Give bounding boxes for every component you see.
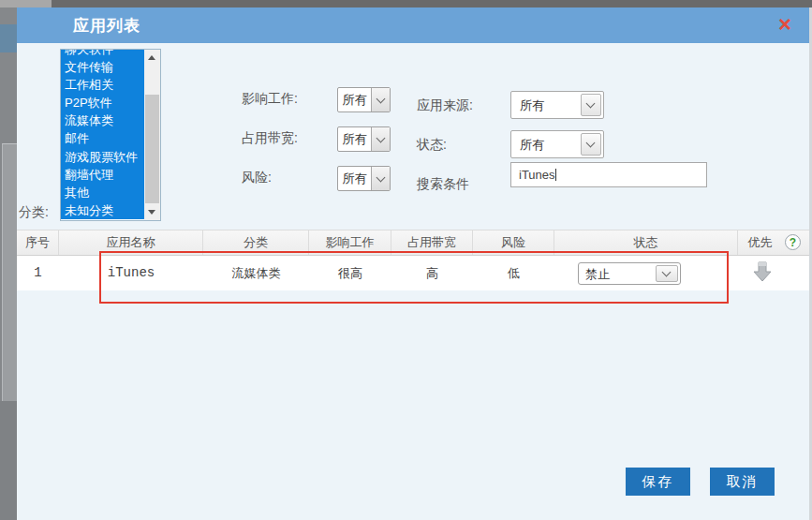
table-row[interactable]: 1 iTunes 流媒体类 很高 高 低 禁止 bbox=[17, 256, 809, 290]
priority-down-arrow-icon[interactable] bbox=[753, 261, 772, 282]
background-sidebar-fragment bbox=[0, 24, 17, 52]
chevron-down-icon[interactable] bbox=[581, 133, 601, 156]
category-label: 分类: bbox=[19, 204, 49, 221]
source-filter-value: 所有 bbox=[520, 97, 544, 114]
list-item[interactable]: 邮件 bbox=[61, 129, 144, 147]
header-category[interactable]: 分类 bbox=[203, 230, 309, 255]
header-app-name[interactable]: 应用名称 bbox=[59, 230, 203, 255]
cell-priority bbox=[738, 256, 782, 290]
cell-app-name: iTunes bbox=[59, 256, 203, 290]
list-item[interactable]: 其他 bbox=[61, 184, 144, 201]
impact-filter-value: 所有 bbox=[338, 88, 371, 111]
header-seq[interactable]: 序号 bbox=[17, 230, 59, 255]
header-priority[interactable]: 优先 bbox=[738, 230, 782, 255]
background-top-strip-right bbox=[52, 0, 812, 7]
search-label: 搜索条件 bbox=[417, 176, 469, 193]
scroll-down-icon bbox=[148, 210, 155, 215]
scrollbar-thumb[interactable] bbox=[145, 95, 159, 203]
cell-bandwidth: 高 bbox=[391, 256, 473, 290]
status-filter-value: 所有 bbox=[520, 137, 544, 154]
bandwidth-filter-label: 占用带宽: bbox=[242, 130, 298, 147]
dialog-title: 应用列表 bbox=[73, 15, 140, 37]
scroll-down-button[interactable] bbox=[144, 204, 160, 220]
cancel-button[interactable]: 取消 bbox=[710, 468, 775, 496]
chevron-down-icon[interactable] bbox=[581, 94, 601, 116]
impact-filter-select[interactable]: 所有 bbox=[337, 87, 391, 112]
background-panel-fragment bbox=[2, 143, 17, 401]
cell-status: 禁止 bbox=[554, 256, 738, 290]
category-items: 聊天软件 文件传输 工作相关 P2P软件 流媒体类 邮件 游戏股票软件 翻墙代理… bbox=[61, 49, 144, 219]
bandwidth-filter-value: 所有 bbox=[338, 127, 371, 151]
chevron-down-icon[interactable] bbox=[656, 265, 678, 282]
risk-filter-value: 所有 bbox=[338, 167, 371, 190]
dialog-titlebar: 应用列表 × bbox=[17, 7, 809, 43]
header-bandwidth[interactable]: 占用带宽 bbox=[391, 230, 473, 255]
status-filter-label: 状态: bbox=[417, 137, 447, 154]
status-filter-select[interactable]: 所有 bbox=[510, 130, 604, 158]
chevron-down-icon[interactable] bbox=[371, 127, 390, 151]
impact-filter-label: 影响工作: bbox=[242, 91, 298, 108]
close-icon[interactable]: × bbox=[773, 12, 797, 37]
cell-impact: 很高 bbox=[309, 256, 391, 290]
list-item[interactable]: 流媒体类 bbox=[61, 111, 144, 129]
header-impact[interactable]: 影响工作 bbox=[309, 230, 391, 255]
risk-filter-select[interactable]: 所有 bbox=[337, 166, 391, 191]
header-status[interactable]: 状态 bbox=[554, 230, 738, 255]
list-item[interactable]: 文件传输 bbox=[61, 58, 144, 76]
cell-seq: 1 bbox=[17, 256, 59, 290]
list-item[interactable]: 工作相关 bbox=[61, 76, 144, 94]
risk-filter-label: 风险: bbox=[242, 170, 272, 186]
search-input[interactable]: iTunes bbox=[510, 162, 707, 187]
source-filter-label: 应用来源: bbox=[417, 97, 473, 114]
row-status-value: 禁止 bbox=[585, 265, 610, 283]
background-left-strip bbox=[0, 7, 17, 520]
chevron-down-icon[interactable] bbox=[371, 88, 390, 111]
list-item[interactable]: 游戏股票软件 bbox=[61, 148, 144, 166]
app-list-dialog: 应用列表 × 分类: 聊天软件 文件传输 工作相关 P2P软件 流媒体类 邮件 … bbox=[17, 7, 812, 520]
listbox-scrollbar[interactable] bbox=[144, 50, 160, 220]
source-filter-select[interactable]: 所有 bbox=[510, 91, 604, 119]
search-input-value: iTunes bbox=[519, 168, 555, 182]
row-status-select[interactable]: 禁止 bbox=[578, 262, 681, 285]
list-item[interactable]: 聊天软件 bbox=[61, 49, 144, 58]
background-lower-fragment bbox=[0, 401, 17, 520]
background-top-strip-left bbox=[0, 0, 52, 7]
header-risk[interactable]: 风险 bbox=[473, 230, 554, 255]
table-header: 序号 应用名称 分类 影响工作 占用带宽 风险 状态 优先 bbox=[17, 230, 809, 256]
list-item[interactable]: P2P软件 bbox=[61, 94, 144, 111]
list-item[interactable]: 未知分类 bbox=[61, 201, 144, 219]
save-button[interactable]: 保存 bbox=[626, 468, 690, 496]
scroll-up-icon bbox=[148, 55, 155, 60]
chevron-down-icon[interactable] bbox=[371, 167, 390, 190]
text-cursor bbox=[555, 169, 556, 181]
help-icon[interactable]: ? bbox=[785, 234, 801, 250]
scroll-up-button[interactable] bbox=[144, 50, 160, 66]
category-listbox[interactable]: 聊天软件 文件传输 工作相关 P2P软件 流媒体类 邮件 游戏股票软件 翻墙代理… bbox=[60, 49, 161, 221]
list-item[interactable]: 翻墙代理 bbox=[61, 166, 144, 184]
cell-category: 流媒体类 bbox=[203, 256, 309, 290]
cell-risk: 低 bbox=[473, 256, 554, 290]
bandwidth-filter-select[interactable]: 所有 bbox=[337, 126, 391, 152]
